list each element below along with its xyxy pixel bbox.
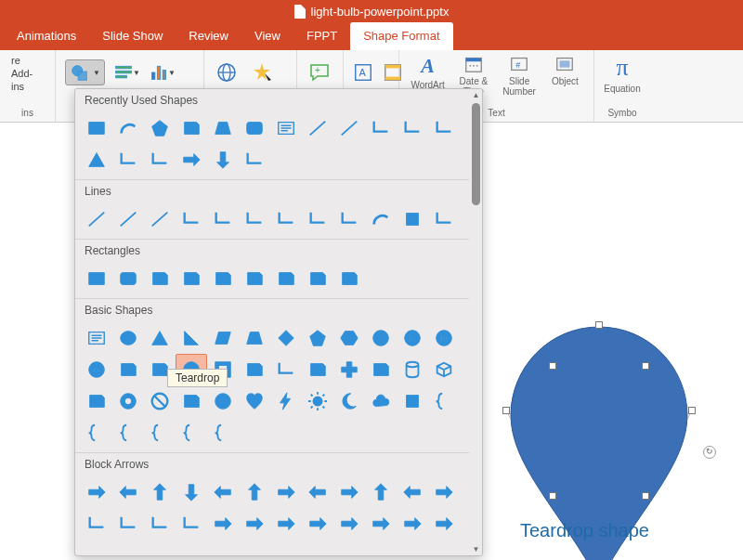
shape-rect[interactable] bbox=[81, 112, 112, 144]
shape-dodecagon[interactable]: 12 bbox=[81, 354, 112, 385]
header-footer-button[interactable] bbox=[383, 59, 403, 85]
shape-brace-r[interactable] bbox=[207, 417, 239, 449]
shape-triangle[interactable] bbox=[81, 144, 112, 176]
shape-round1[interactable] bbox=[239, 263, 270, 294]
shape-plaque[interactable] bbox=[365, 354, 397, 385]
shape-parallelogram[interactable] bbox=[207, 322, 239, 354]
shape-arrow-curve-d[interactable] bbox=[176, 508, 207, 540]
shape-arrow-curve-r[interactable] bbox=[81, 508, 112, 540]
selection-handle-se[interactable] bbox=[642, 492, 649, 500]
shape-pentagon[interactable] bbox=[302, 322, 333, 354]
shape-line[interactable] bbox=[81, 203, 112, 235]
shape-snip1[interactable] bbox=[144, 263, 176, 294]
shape-donut[interactable] bbox=[112, 385, 144, 417]
shape-line-arrow[interactable] bbox=[333, 112, 365, 144]
shape-half-right[interactable] bbox=[176, 112, 207, 144]
shape-snip2[interactable] bbox=[176, 263, 207, 294]
shape-triangle[interactable] bbox=[144, 322, 176, 354]
tab-animations[interactable]: Animations bbox=[4, 22, 89, 50]
shape-heart[interactable] bbox=[239, 385, 270, 417]
shape-connector-curved[interactable] bbox=[397, 112, 428, 144]
tab-view[interactable]: View bbox=[241, 22, 293, 50]
shape-arrow-u[interactable] bbox=[144, 476, 176, 508]
shape-arrow-bentup[interactable] bbox=[428, 476, 460, 508]
smartart-button[interactable]: ▼ bbox=[114, 59, 140, 85]
selection-handle-sw[interactable] bbox=[549, 492, 556, 500]
shape-arc2[interactable] bbox=[397, 385, 428, 417]
shape-plus[interactable] bbox=[333, 354, 365, 385]
shape-arrow-lu[interactable] bbox=[397, 476, 428, 508]
selection-handle-w[interactable] bbox=[502, 407, 510, 414]
wordart-button[interactable]: A WordArt bbox=[409, 54, 447, 90]
selection-handle-e[interactable] bbox=[688, 407, 696, 414]
shape-l-shape[interactable] bbox=[270, 354, 302, 385]
scroll-down-icon[interactable]: ▼ bbox=[471, 543, 482, 555]
shape-half-frame[interactable] bbox=[239, 354, 270, 385]
shape-arrow-notched[interactable] bbox=[239, 508, 270, 540]
textbox-button[interactable]: A bbox=[353, 59, 373, 85]
shape-elbow-arrow[interactable] bbox=[207, 203, 239, 235]
shape-pie[interactable] bbox=[112, 354, 144, 385]
shape-curve-arrow[interactable] bbox=[333, 203, 365, 235]
shape-arc[interactable] bbox=[112, 112, 144, 144]
shape-diag-stripe[interactable] bbox=[302, 354, 333, 385]
shape-decagon[interactable]: 10 bbox=[428, 322, 460, 354]
shape-can[interactable] bbox=[397, 354, 428, 385]
shape-smiley[interactable] bbox=[207, 385, 239, 417]
shape-arrow-home[interactable] bbox=[270, 508, 302, 540]
object-button[interactable]: Object bbox=[546, 54, 584, 86]
shape-freeform[interactable] bbox=[239, 144, 270, 176]
shape-arrow-down[interactable] bbox=[207, 144, 239, 176]
link-button[interactable] bbox=[214, 59, 240, 85]
shape-bracket-l[interactable] bbox=[428, 385, 460, 417]
slide-number-button[interactable]: # Slide Number bbox=[501, 54, 539, 97]
shape-textbox[interactable] bbox=[81, 322, 112, 354]
shape-elbow-double[interactable] bbox=[239, 203, 270, 235]
shape-line[interactable] bbox=[302, 112, 333, 144]
shape-arrow-ud[interactable] bbox=[239, 476, 270, 508]
insert-shapes-button[interactable]: ▼ bbox=[65, 59, 105, 85]
shape-snip-diag[interactable] bbox=[207, 263, 239, 294]
action-button[interactable] bbox=[249, 59, 275, 85]
addins-line2[interactable]: Add-ins bbox=[11, 68, 33, 92]
shape-arrow-lru[interactable] bbox=[302, 476, 333, 508]
popover-scrollbar[interactable]: ▲ ▼ bbox=[469, 89, 483, 555]
shape-rounded-rect[interactable] bbox=[239, 112, 270, 144]
shape-arrow-chevron[interactable] bbox=[302, 508, 333, 540]
shape-block-arc[interactable] bbox=[176, 385, 207, 417]
shape-trapezoid[interactable] bbox=[239, 322, 270, 354]
shape-line-double[interactable] bbox=[144, 203, 176, 235]
shape-no-symbol[interactable] bbox=[144, 385, 176, 417]
selection-handle-n[interactable] bbox=[595, 321, 603, 329]
tab-slideshow[interactable]: Slide Show bbox=[89, 22, 176, 50]
shape-line-arrow[interactable] bbox=[112, 203, 144, 235]
shape-arrow-callout-u[interactable] bbox=[397, 508, 428, 540]
shape-hexagon[interactable] bbox=[333, 322, 365, 354]
shape-trapezoid[interactable] bbox=[207, 112, 239, 144]
shape-arrow-bent[interactable] bbox=[333, 476, 365, 508]
shape-round-diag[interactable] bbox=[302, 263, 333, 294]
selection-handle-ne[interactable] bbox=[642, 362, 649, 370]
shape-bevel[interactable] bbox=[81, 385, 112, 417]
shape-arrow-quad[interactable] bbox=[270, 476, 302, 508]
shape-arrow-right[interactable] bbox=[176, 144, 207, 176]
shape-connector-elbow[interactable] bbox=[365, 112, 397, 144]
shape-round2[interactable] bbox=[270, 263, 302, 294]
shape-arrow-callout-l[interactable] bbox=[365, 508, 397, 540]
shape-bracket-r[interactable] bbox=[81, 417, 112, 449]
chart-button[interactable]: ▼ bbox=[150, 59, 176, 85]
shape-rect[interactable] bbox=[81, 263, 112, 294]
shape-round-snip[interactable] bbox=[333, 263, 365, 294]
scroll-up-icon[interactable]: ▲ bbox=[471, 89, 482, 101]
shape-arc[interactable] bbox=[365, 203, 397, 235]
shape-brace-l2[interactable] bbox=[176, 417, 207, 449]
shape-elbow[interactable] bbox=[176, 203, 207, 235]
shape-arrow-callout-r[interactable] bbox=[333, 508, 365, 540]
shape-cloud[interactable] bbox=[365, 385, 397, 417]
selection-handle-nw[interactable] bbox=[549, 362, 556, 370]
shape-textbox[interactable] bbox=[270, 112, 302, 144]
shape-arrow-curve-u[interactable] bbox=[144, 508, 176, 540]
shape-arrow-striped[interactable] bbox=[207, 508, 239, 540]
equation-button[interactable]: Equation bbox=[604, 84, 640, 94]
tab-review[interactable]: Review bbox=[176, 22, 241, 50]
